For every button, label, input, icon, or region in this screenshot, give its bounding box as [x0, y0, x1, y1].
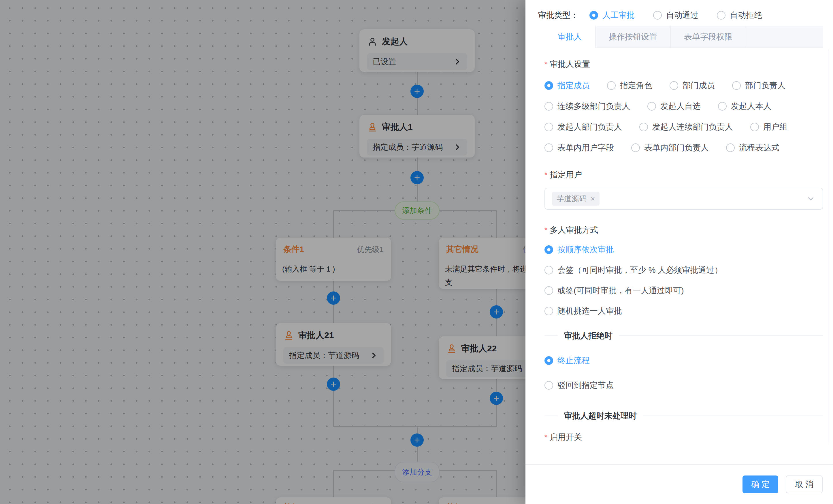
radio-user-group[interactable]: 用户组 — [750, 122, 787, 132]
radio-icon — [545, 286, 553, 295]
radio-terminate-process[interactable]: 终止流程 — [545, 355, 590, 366]
radio-icon — [607, 81, 616, 90]
multi-approve-options: 会签（可同时审批，至少 % 人必须审批通过） — [545, 265, 823, 276]
drawer-content[interactable]: 审批人设置 指定成员 指定角色 部门成员 部门负责人 连续多级部门负责 — [545, 48, 823, 445]
radio-initiator-self[interactable]: 发起人本人 — [718, 101, 771, 112]
approval-type-row: 审批类型： 人工审批 自动通过 自动拒绝 — [525, 0, 833, 25]
assigned-user-label: 指定用户 — [545, 169, 823, 180]
radio-initiator-multi-dept-leader[interactable]: 发起人连续部门负责人 — [639, 122, 733, 132]
radio-icon — [545, 356, 553, 365]
radio-form-user-field[interactable]: 表单内用户字段 — [545, 142, 614, 153]
radio-dept-member[interactable]: 部门成员 — [670, 80, 715, 91]
radio-approval-type-auto-pass[interactable]: 自动通过 — [653, 10, 698, 21]
tab-approver[interactable]: 审批人 — [545, 26, 595, 48]
radio-icon — [717, 11, 725, 20]
radio-icon — [590, 11, 598, 20]
approval-type-label: 审批类型： — [538, 10, 578, 21]
radio-random-one[interactable]: 随机挑选一人审批 — [545, 306, 622, 317]
scrollbar-rail[interactable] — [828, 49, 828, 444]
chevron-down-icon — [806, 194, 816, 204]
radio-icon — [545, 307, 553, 316]
radio-icon — [545, 81, 553, 90]
radio-process-expression[interactable]: 流程表达式 — [726, 142, 779, 153]
radio-approval-type-auto-reject[interactable]: 自动拒绝 — [717, 10, 762, 21]
timeout-section-divider: 审批人超时未处理时 — [545, 410, 823, 421]
radio-icon — [750, 123, 759, 131]
multi-approve-options: 或签(可同时审批，有一人通过即可) — [545, 285, 823, 296]
radio-icon — [670, 81, 678, 90]
reject-options: 驳回到指定节点 — [545, 380, 823, 391]
radio-icon — [639, 123, 648, 131]
timeout-section-title: 审批人超时未处理时 — [564, 410, 637, 421]
radio-icon — [718, 102, 727, 110]
radio-icon — [653, 11, 662, 20]
radio-icon — [647, 102, 656, 110]
drawer-footer: 确 定 取 消 — [525, 464, 833, 504]
radio-assign-member[interactable]: 指定成员 — [545, 80, 590, 91]
reject-section-title: 审批人拒绝时 — [564, 330, 613, 341]
radio-countersign[interactable]: 会签（可同时审批，至少 % 人必须审批通过） — [545, 265, 722, 276]
approver-setting-row: 发起人部门负责人 发起人连续部门负责人 用户组 — [545, 122, 823, 132]
approver-settings-drawer: 审批类型： 人工审批 自动通过 自动拒绝 审批人 操作按钮设置 表单字段权限 审… — [525, 0, 833, 504]
radio-approval-type-manual[interactable]: 人工审批 — [590, 10, 635, 21]
tag-close-icon[interactable]: × — [591, 194, 595, 203]
radio-sequential-approve[interactable]: 按顺序依次审批 — [545, 244, 614, 255]
reject-section-divider: 审批人拒绝时 — [545, 330, 823, 341]
approver-setting-label: 审批人设置 — [545, 59, 823, 70]
user-tag-text: 芋道源码 — [556, 194, 587, 204]
reject-options: 终止流程 — [545, 355, 823, 366]
radio-icon — [545, 245, 553, 254]
radio-icon — [545, 102, 553, 110]
multi-approve-options: 随机挑选一人审批 — [545, 306, 823, 317]
confirm-button[interactable]: 确 定 — [742, 476, 778, 493]
radio-icon — [545, 123, 553, 131]
approver-setting-row: 表单内用户字段 表单内部门负责人 流程表达式 — [545, 142, 823, 153]
radio-assign-role[interactable]: 指定角色 — [607, 80, 652, 91]
radio-icon — [545, 381, 553, 390]
tab-form-field-permissions[interactable]: 表单字段权限 — [671, 26, 746, 48]
radio-initiator-choose[interactable]: 发起人自选 — [647, 101, 701, 112]
cancel-button[interactable]: 取 消 — [786, 476, 823, 493]
radio-icon — [545, 144, 553, 152]
radio-icon — [726, 144, 735, 152]
radio-icon — [732, 81, 741, 90]
radio-multi-level-dept-leader[interactable]: 连续多级部门负责人 — [545, 101, 630, 112]
radio-icon — [545, 266, 553, 275]
approver-setting-row: 指定成员 指定角色 部门成员 部门负责人 — [545, 80, 823, 91]
approver-setting-row: 连续多级部门负责人 发起人自选 发起人本人 — [545, 101, 823, 112]
tab-button-settings[interactable]: 操作按钮设置 — [595, 26, 671, 48]
enable-switch-label: 启用开关 — [545, 432, 823, 443]
radio-form-dept-leader[interactable]: 表单内部门负责人 — [631, 142, 709, 153]
multi-approve-label: 多人审批方式 — [545, 225, 823, 235]
radio-dept-leader[interactable]: 部门负责人 — [732, 80, 785, 91]
radio-return-to-node[interactable]: 驳回到指定节点 — [545, 380, 614, 391]
settings-tabs: 审批人 操作按钮设置 表单字段权限 — [545, 26, 823, 48]
radio-icon — [631, 144, 640, 152]
radio-or-sign[interactable]: 或签(可同时审批，有一人通过即可) — [545, 285, 684, 296]
user-tag: 芋道源码 × — [552, 192, 599, 206]
multi-approve-options: 按顺序依次审批 — [545, 244, 823, 255]
assigned-user-select[interactable]: 芋道源码 × — [545, 188, 823, 210]
radio-initiator-dept-leader[interactable]: 发起人部门负责人 — [545, 122, 622, 132]
